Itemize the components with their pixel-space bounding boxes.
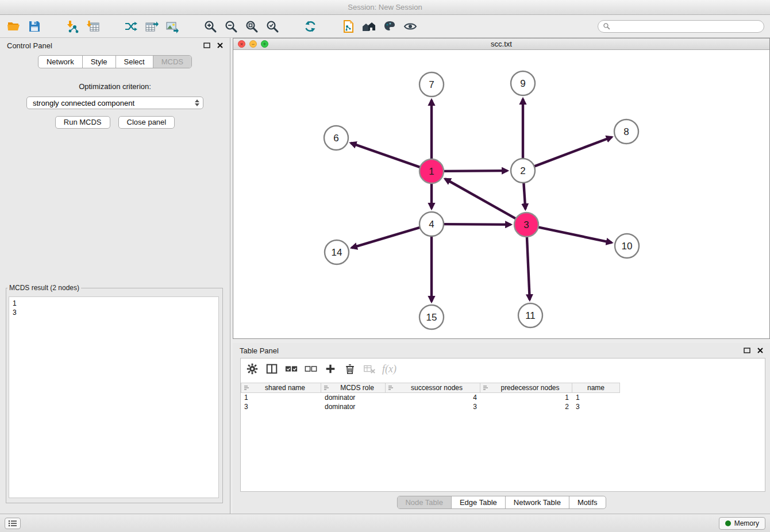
column-header-shared-name[interactable]: shared name: [241, 383, 321, 393]
apply-style-icon[interactable]: [381, 18, 398, 34]
list-icon: [8, 520, 17, 527]
graph-edge-4-3[interactable]: [444, 224, 511, 225]
graph-edge-1-2[interactable]: [444, 171, 507, 171]
deselect-all-icon[interactable]: [304, 362, 318, 376]
graph-node-label: 3: [523, 219, 529, 230]
graph-node-label: 9: [520, 78, 525, 89]
graph-node-label: 1: [429, 166, 434, 177]
open-session-icon[interactable]: [5, 18, 22, 34]
graph-node-label: 2: [520, 165, 525, 176]
graph-node-label: 7: [429, 79, 434, 90]
sort-icon: [324, 385, 330, 391]
function-builder-icon: f(x): [382, 362, 396, 376]
select-all-icon[interactable]: [284, 362, 298, 376]
new-network-icon[interactable]: [122, 18, 140, 34]
network-window-title: scc.txt: [233, 38, 769, 49]
tab-network-table[interactable]: Network Table: [505, 496, 569, 508]
sort-icon: [244, 385, 250, 391]
home-icon[interactable]: [360, 18, 378, 34]
sort-icon: [388, 385, 394, 391]
network-graph[interactable]: 7968124314101511: [233, 50, 769, 338]
tab-mcds[interactable]: MCDS: [153, 56, 191, 68]
zoom-out-icon[interactable]: [222, 18, 240, 34]
app-title: Session: New Session: [348, 3, 422, 11]
dropdown-stepper-icon: [195, 99, 199, 106]
optimization-criterion-label: Optimization criterion:: [0, 82, 230, 91]
delete-row-icon[interactable]: [343, 362, 357, 376]
table-cell: dominator: [321, 393, 386, 402]
graph-node-label: 11: [525, 310, 536, 321]
zoom-selected-icon[interactable]: [264, 18, 281, 34]
network-document-icon[interactable]: [340, 18, 357, 34]
network-view-window: scc.txt × − + 7968124314101511: [233, 38, 770, 339]
table-cell: 3: [386, 402, 480, 411]
import-network-icon[interactable]: [64, 18, 81, 34]
memory-label: Memory: [734, 519, 759, 527]
tab-node-table[interactable]: Node Table: [397, 496, 451, 508]
mcds-result-box[interactable]: 1 3: [9, 296, 219, 498]
control-panel-tabs: Network Style Select MCDS: [38, 55, 192, 68]
memory-status-icon: [725, 521, 731, 526]
tab-edge-table[interactable]: Edge Table: [451, 496, 505, 508]
column-header-name[interactable]: name: [572, 383, 620, 393]
add-row-icon[interactable]: [324, 362, 337, 376]
criterion-value: strongly connected component: [33, 99, 134, 107]
table-cell: 1: [241, 393, 321, 402]
quick-search: [598, 20, 764, 33]
search-input[interactable]: [613, 22, 759, 30]
column-layout-icon[interactable]: [265, 362, 279, 376]
memory-button[interactable]: Memory: [719, 517, 765, 530]
graph-edge-3-11[interactable]: [527, 237, 530, 300]
float-panel-icon[interactable]: [203, 43, 210, 48]
table-cell: 4: [386, 393, 480, 402]
export-table-icon[interactable]: [143, 18, 160, 34]
delete-table-icon: [363, 362, 376, 376]
table-row[interactable]: 1dominator411: [241, 393, 765, 402]
mcds-result-text: 1 3: [13, 299, 215, 317]
import-table-icon[interactable]: [84, 18, 102, 34]
graph-edge-3-1[interactable]: [445, 179, 516, 218]
mcds-result-title: MCDS result (2 nodes): [7, 284, 81, 292]
criterion-dropdown[interactable]: strongly connected component: [26, 97, 203, 109]
network-canvas[interactable]: 7968124314101511: [233, 50, 769, 338]
control-panel: Control Panel Network Style Select MCDS …: [0, 38, 230, 514]
close-table-panel-icon[interactable]: [757, 348, 763, 353]
graph-edge-4-14[interactable]: [352, 228, 420, 248]
close-panel-icon[interactable]: [217, 43, 223, 48]
table-toolbar: f(x): [241, 358, 765, 379]
tab-motifs[interactable]: Motifs: [569, 496, 606, 508]
graph-edge-2-8[interactable]: [534, 137, 612, 167]
graph-edge-2-3[interactable]: [523, 183, 525, 209]
column-header-successor-nodes[interactable]: successor nodes: [385, 383, 480, 393]
tab-network[interactable]: Network: [38, 56, 82, 68]
float-table-panel-icon[interactable]: [744, 348, 750, 353]
tab-select[interactable]: Select: [116, 56, 153, 68]
table-panel-title: Table Panel: [240, 346, 279, 355]
window-close-icon[interactable]: ×: [238, 40, 245, 48]
table-header-row: shared name MCDS role successor nodes pr…: [241, 383, 765, 393]
network-window-titlebar[interactable]: scc.txt × − +: [233, 38, 769, 50]
graph-edge-3-10[interactable]: [538, 227, 612, 242]
app-title-bar: Session: New Session: [0, 0, 770, 15]
table-cell: 1: [572, 393, 620, 402]
table-row[interactable]: 3dominator323: [241, 402, 765, 411]
tab-style[interactable]: Style: [82, 56, 116, 68]
run-mcds-button[interactable]: Run MCDS: [55, 116, 110, 129]
table-cell: 2: [480, 402, 572, 411]
zoom-in-icon[interactable]: [202, 18, 219, 34]
settings-gear-icon[interactable]: [245, 362, 259, 376]
column-header-predecessor-nodes[interactable]: predecessor nodes: [480, 383, 572, 393]
graph-edge-1-6[interactable]: [351, 143, 420, 167]
export-image-icon[interactable]: [164, 18, 181, 34]
show-graphics-icon[interactable]: [402, 18, 419, 34]
column-header-mcds-role[interactable]: MCDS role: [321, 383, 386, 393]
window-zoom-icon[interactable]: +: [261, 40, 268, 48]
refresh-icon[interactable]: [302, 18, 319, 34]
mcds-result-fieldset: MCDS result (2 nodes) 1 3: [6, 284, 223, 503]
zoom-fit-icon[interactable]: [243, 18, 260, 34]
close-panel-button[interactable]: Close panel: [118, 116, 175, 129]
window-minimize-icon[interactable]: −: [249, 40, 257, 48]
show-panels-button[interactable]: [5, 518, 21, 529]
save-session-icon[interactable]: [26, 18, 43, 34]
table-cell: dominator: [321, 402, 386, 411]
